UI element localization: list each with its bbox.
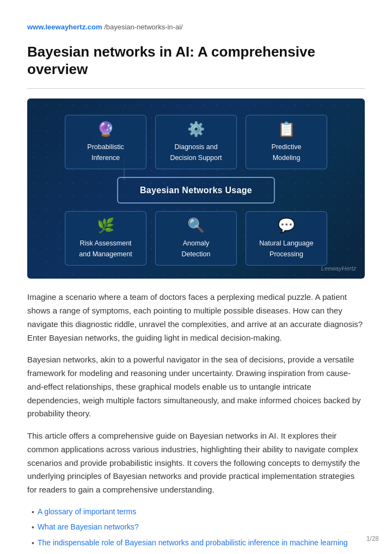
page-title: Bayesian networks in AI: A comprehensive… [27, 43, 365, 78]
box-label-diagnosis: Diagnosis andDecision Support [170, 141, 222, 163]
probabilistic-icon: 🔮 [97, 122, 114, 136]
anomaly-icon: 🔍 [187, 218, 205, 232]
title-divider [27, 88, 365, 89]
toc-item-4: What is a Directed Acyclic Graph (DAG) i… [32, 552, 365, 554]
toc-link-2[interactable]: What are Bayesian networks? [38, 521, 139, 533]
box-probabilistic-inference: 🔮 ProbabilisticInference [65, 115, 146, 169]
toc-list: A glossary of important terms What are B… [27, 506, 365, 554]
url-bar: www.leewayhertz.com /bayesian-networks-i… [27, 22, 365, 33]
toc-item-3: The indispensable role of Bayesian netwo… [32, 537, 365, 549]
url-path: /bayesian-networks-in-ai/ [104, 23, 183, 31]
paragraph-1: Imagine a scenario where a team of docto… [27, 291, 365, 344]
watermark: LeewayHertz [321, 264, 356, 274]
box-label-anomaly: AnomalyDetection [182, 238, 211, 260]
box-anomaly-detection: 🔍 AnomalyDetection [155, 211, 237, 266]
box-label-nlp: Natural LanguageProcessing [259, 238, 313, 260]
paragraph-2: Bayesian networks, akin to a powerful na… [27, 353, 365, 421]
toc-link-3[interactable]: The indispensable role of Bayesian netwo… [38, 537, 348, 549]
diagnosis-icon: ⚙️ [187, 122, 205, 136]
box-nlp: 💬 Natural LanguageProcessing [246, 211, 327, 266]
nlp-icon: 💬 [278, 218, 295, 232]
toc-link-4[interactable]: What is a Directed Acyclic Graph (DAG) i… [38, 552, 250, 554]
toc-item-1: A glossary of important terms [32, 506, 365, 518]
toc-link-1[interactable]: A glossary of important terms [38, 506, 136, 518]
url-domain[interactable]: www.leewayhertz.com [27, 23, 102, 31]
page-number: 1/28 [366, 534, 379, 544]
paragraph-3: This article offers a comprehensive guid… [27, 429, 365, 497]
predictive-icon: 📋 [278, 122, 295, 136]
box-label-predictive: PredictiveModeling [272, 141, 302, 163]
box-risk-assessment: 🌿 Risk Assessmentand Management [65, 211, 146, 266]
box-label-probabilistic: ProbabilisticInference [87, 141, 124, 163]
risk-icon: 🌿 [97, 218, 114, 232]
diagram-top-row: 🔮 ProbabilisticInference ⚙️ Diagnosis an… [65, 115, 327, 169]
bayesian-diagram: 🔮 ProbabilisticInference ⚙️ Diagnosis an… [27, 99, 365, 279]
bayesian-center-label: Bayesian Networks Usage [117, 177, 275, 204]
toc-item-2: What are Bayesian networks? [32, 521, 365, 533]
diagram-bottom-row: 🌿 Risk Assessmentand Management 🔍 Anomal… [65, 211, 327, 266]
box-predictive-modeling: 📋 PredictiveModeling [246, 115, 327, 169]
box-diagnosis-decision: ⚙️ Diagnosis andDecision Support [155, 115, 237, 169]
box-label-risk: Risk Assessmentand Management [79, 238, 132, 260]
diagram-rows: 🔮 ProbabilisticInference ⚙️ Diagnosis an… [38, 115, 354, 266]
